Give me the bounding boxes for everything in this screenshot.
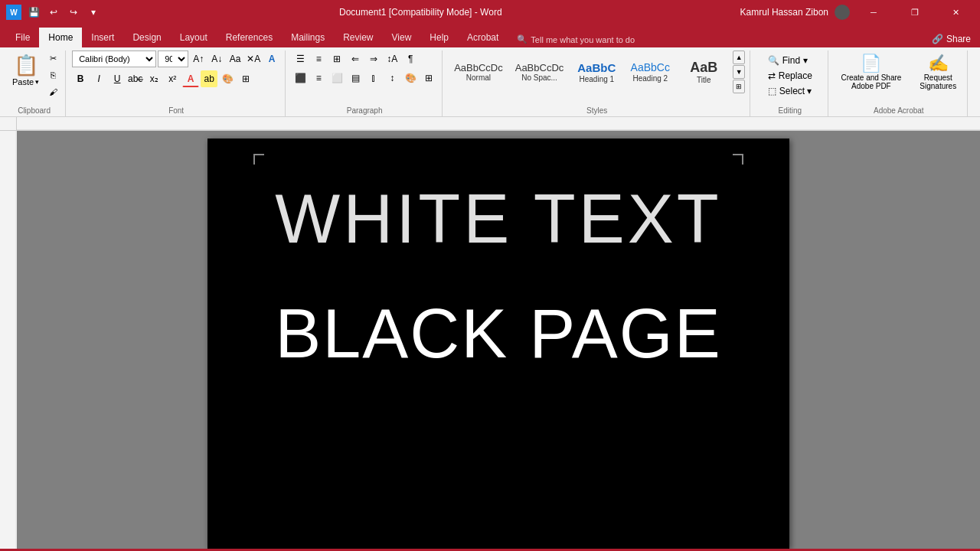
style-normal-preview: AaBbCcDc	[454, 62, 503, 74]
vertical-ruler	[0, 131, 17, 549]
decrease-font-btn[interactable]: A↓	[208, 51, 225, 67]
tab-design[interactable]: Design	[123, 28, 170, 47]
request-signatures-btn[interactable]: ✍ RequestSignatures	[913, 51, 962, 93]
ribbon-tab-bar: File Home Insert Design Layout Reference…	[0, 24, 980, 47]
align-center-btn[interactable]: ≡	[310, 70, 327, 86]
corner-bracket-tl	[253, 154, 264, 165]
shading-btn[interactable]: 🎨	[219, 70, 236, 87]
copy-btn[interactable]: ⎘	[45, 67, 60, 83]
font-name-select[interactable]: Calibri (Body)	[72, 51, 156, 67]
subscript-btn[interactable]: x₂	[145, 70, 162, 87]
titlebar: W 💾 ↩ ↪ ▾ Document1 [Compatibility Mode]…	[0, 0, 980, 24]
svg-rect-2	[0, 131, 17, 549]
increase-font-btn[interactable]: A↑	[190, 51, 207, 67]
tab-references[interactable]: References	[217, 28, 282, 47]
borders2-btn[interactable]: ⊞	[420, 70, 437, 86]
select-icon: ⬚	[768, 86, 776, 96]
redo-qat-btn[interactable]: ↪	[66, 5, 81, 20]
corner-bracket-tr	[733, 154, 743, 165]
tab-mailings[interactable]: Mailings	[282, 28, 334, 47]
bold-btn[interactable]: B	[72, 70, 89, 87]
tab-review[interactable]: Review	[334, 28, 382, 47]
style-no-space[interactable]: AaBbCcDc No Spac...	[510, 60, 570, 85]
tab-file[interactable]: File	[6, 28, 39, 47]
style-scroll-down[interactable]: ▼	[733, 65, 745, 79]
style-scroll-btns: ▲ ▼ ⊞	[733, 51, 745, 93]
tab-home[interactable]: Home	[39, 28, 82, 47]
style-heading2[interactable]: AaBbCc Heading 2	[624, 59, 676, 85]
numbering-btn[interactable]: ≡	[310, 51, 327, 67]
clear-format-btn[interactable]: ✕A	[245, 51, 262, 67]
show-marks-btn[interactable]: ¶	[402, 51, 419, 67]
style-title-label: Title	[697, 76, 711, 84]
borders-btn[interactable]: ⊞	[237, 70, 254, 87]
search-label: Tell me what you want to do	[531, 35, 635, 44]
format-painter-btn[interactable]: 🖌	[45, 84, 60, 99]
ruler-corner	[0, 117, 17, 130]
paste-icon: 📋	[14, 54, 38, 77]
justify-btn[interactable]: ▤	[347, 70, 364, 86]
multilevel-btn[interactable]: ⊞	[328, 51, 345, 67]
restore-btn[interactable]: ❐	[897, 0, 933, 24]
align-right-btn[interactable]: ⬜	[328, 70, 345, 86]
replace-btn[interactable]: ⇄ Replace	[765, 69, 815, 83]
paste-btn[interactable]: 📋 Paste▾	[8, 51, 44, 90]
minimize-btn[interactable]: ─	[856, 0, 891, 24]
ribbon-content: 📋 Paste▾ ✂ ⎘ 🖌 Clipboard Calibri (Body)	[0, 47, 980, 116]
style-normal[interactable]: AaBbCcDc Normal	[449, 60, 508, 85]
create-pdf-label: Create and ShareAdobe PDF	[841, 73, 901, 90]
undo-qat-btn[interactable]: ↩	[46, 5, 61, 20]
tab-acrobat[interactable]: Acrobat	[458, 28, 508, 47]
qat-dropdown-btn[interactable]: ▾	[86, 5, 101, 20]
font-size-select[interactable]: 90	[158, 51, 188, 67]
line-spacing-btn[interactable]: ↕	[384, 70, 400, 86]
style-heading1[interactable]: AaBbC Heading 1	[570, 59, 622, 86]
text-color-btn[interactable]: A	[182, 70, 199, 87]
tab-view[interactable]: View	[383, 28, 421, 47]
para-row1: ☰ ≡ ⊞ ⇐ ⇒ ↕A ¶	[292, 51, 419, 67]
tab-insert[interactable]: Insert	[82, 28, 123, 47]
document-area: WHITE TEXT BLACK PAGE	[17, 131, 980, 549]
shading2-btn[interactable]: 🎨	[402, 70, 419, 86]
decrease-indent-btn[interactable]: ⇐	[347, 51, 364, 67]
select-label: Select ▾	[779, 86, 812, 96]
style-title[interactable]: AaB Title	[678, 57, 730, 87]
tab-layout[interactable]: Layout	[171, 28, 217, 47]
style-more-btn[interactable]: ⊞	[733, 80, 745, 93]
increase-indent-btn[interactable]: ⇒	[365, 51, 382, 67]
italic-btn[interactable]: I	[90, 70, 107, 87]
select-btn[interactable]: ⬚ Select ▾	[765, 84, 815, 98]
strikethrough-btn[interactable]: abc̶	[127, 70, 144, 87]
align-left-btn[interactable]: ⬛	[292, 70, 309, 86]
paragraph-group: ☰ ≡ ⊞ ⇐ ⇒ ↕A ¶ ⬛ ≡ ⬜ ▤ ⫿ ↕ 🎨 ⊞	[287, 51, 443, 116]
user-avatar[interactable]	[835, 5, 850, 20]
underline-btn[interactable]: U	[109, 70, 126, 87]
close-btn[interactable]: ✕	[939, 0, 974, 24]
find-dropdown-icon: ▾	[803, 55, 808, 66]
save-qat-btn[interactable]: 💾	[26, 5, 41, 20]
highlight-btn[interactable]: ab	[201, 70, 217, 87]
font-row2: B I U abc̶ x₂ x² A ab 🎨 ⊞	[72, 70, 254, 87]
sort-btn[interactable]: ↕A	[384, 51, 400, 67]
style-normal-label: Normal	[466, 73, 491, 82]
search-box[interactable]: 🔍 Tell me what you want to do	[508, 34, 923, 47]
style-scroll-up[interactable]: ▲	[733, 51, 745, 64]
style-heading2-preview: AaBbCc	[631, 61, 670, 74]
columns-btn[interactable]: ⫿	[365, 70, 382, 86]
create-pdf-btn[interactable]: 📄 Create and ShareAdobe PDF	[835, 51, 907, 93]
share-btn[interactable]: 🔗 Share	[923, 34, 980, 47]
bullets-btn[interactable]: ☰	[292, 51, 309, 67]
user-name: Kamrul Hassan Zibon	[740, 7, 828, 18]
clipboard-group: 📋 Paste▾ ✂ ⎘ 🖌 Clipboard	[3, 51, 66, 116]
style-no-space-preview: AaBbCcDc	[515, 62, 564, 74]
doc-content: WHITE TEXT BLACK PAGE	[207, 139, 789, 414]
text-effects-btn[interactable]: A	[263, 51, 280, 67]
find-btn[interactable]: 🔍 Find ▾	[765, 54, 811, 67]
cut-btn[interactable]: ✂	[45, 51, 60, 66]
change-case-btn[interactable]: Aa	[227, 51, 243, 67]
style-title-preview: AaB	[690, 60, 717, 77]
superscript-btn[interactable]: x²	[164, 70, 181, 87]
para-row2: ⬛ ≡ ⬜ ▤ ⫿ ↕ 🎨 ⊞	[292, 70, 437, 86]
document-page[interactable]: WHITE TEXT BLACK PAGE	[207, 139, 789, 549]
tab-help[interactable]: Help	[420, 28, 458, 47]
